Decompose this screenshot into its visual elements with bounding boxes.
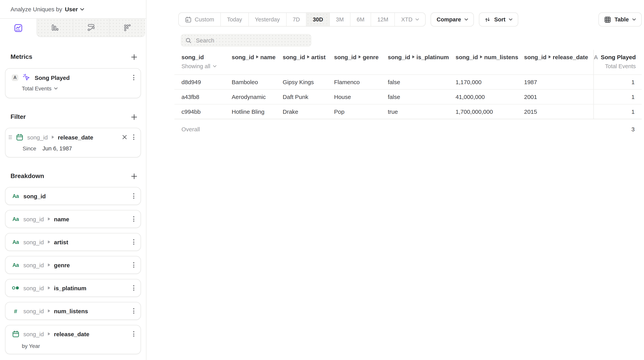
app-window: Analyze Uniques by User xyxy=(0,0,644,360)
breakdown-kebab-menu[interactable] xyxy=(132,215,136,223)
column-label: release_date xyxy=(553,54,588,60)
column-header-metric[interactable]: A Song Played Total Events xyxy=(594,50,643,74)
breakdown-card[interactable]: song_id release_date by Year xyxy=(5,325,141,354)
drag-handle-icon[interactable] xyxy=(8,135,12,139)
column-parent: song_id xyxy=(283,54,305,60)
filter-card[interactable]: song_id release_date Since Jun 6, 1987 xyxy=(5,128,141,157)
metric-aggregation-label: Total Events xyxy=(605,63,636,69)
cell-name: Hotline Bling xyxy=(232,104,283,119)
breakdown-parent: song_id xyxy=(23,285,44,291)
metric-aggregation-dropdown[interactable]: Total Events xyxy=(22,85,140,92)
property-arrow-icon xyxy=(548,55,551,59)
breakdown-property: genre xyxy=(54,262,70,268)
column-label: is_platinum xyxy=(416,54,449,60)
compare-label: Compare xyxy=(437,16,461,23)
tab-funnels[interactable] xyxy=(37,19,73,37)
remove-filter-button[interactable] xyxy=(122,134,128,140)
showing-all-label: Showing all xyxy=(182,63,210,69)
view-type-button[interactable]: Table xyxy=(598,13,642,27)
breakdown-card[interactable]: Aa song_id xyxy=(5,187,141,205)
overall-metric-value: 3 xyxy=(594,119,642,139)
breakdown-kebab-menu[interactable] xyxy=(132,330,136,338)
breakdown-card[interactable]: Aa song_id genre xyxy=(5,256,141,274)
metric-card[interactable]: A Song Played Total Events xyxy=(5,68,141,98)
column-header-is-platinum[interactable]: song_id is_platinum xyxy=(388,50,456,74)
funnels-icon xyxy=(50,23,60,32)
breakdown-bucket-dropdown[interactable]: by Year xyxy=(22,343,140,349)
range-today[interactable]: Today xyxy=(221,13,248,26)
column-label: genre xyxy=(363,54,379,60)
range-3m[interactable]: 3M xyxy=(330,13,350,26)
cell-song-id: c994bb xyxy=(182,104,232,119)
filter-kebab-menu[interactable] xyxy=(132,133,136,141)
filter-operator-dropdown[interactable]: Since xyxy=(22,145,36,152)
compare-button[interactable]: Compare xyxy=(431,13,474,27)
add-metric-button[interactable] xyxy=(129,52,138,62)
filter-property: release_date xyxy=(58,134,93,140)
metric-kebab-menu[interactable] xyxy=(132,73,136,82)
range-30d[interactable]: 30D xyxy=(306,13,330,26)
range-xtd[interactable]: XTD xyxy=(395,13,425,26)
insights-icon xyxy=(14,23,23,33)
filter-value[interactable]: Jun 6, 1987 xyxy=(42,145,72,152)
boolean-property-icon xyxy=(12,286,20,290)
metric-event-name: Song Played xyxy=(35,74,70,81)
table-search[interactable] xyxy=(181,34,312,47)
showing-all-dropdown[interactable]: Showing all xyxy=(182,62,232,71)
range-label: 30D xyxy=(313,16,323,23)
breakdown-kebab-menu[interactable] xyxy=(132,238,136,246)
column-header-artist[interactable]: song_id artist xyxy=(283,50,334,74)
add-filter-button[interactable] xyxy=(129,112,138,122)
sort-arrows-icon xyxy=(485,17,490,23)
tab-insights[interactable] xyxy=(0,19,36,37)
column-header-release-date[interactable]: song_id release_date xyxy=(524,50,594,74)
range-custom[interactable]: Custom xyxy=(179,13,221,26)
analysis-type-label: Analyze Uniques by xyxy=(10,6,62,13)
range-yesterday[interactable]: Yesterday xyxy=(248,13,286,26)
range-label: XTD xyxy=(401,16,412,23)
column-label: num_listens xyxy=(484,54,518,60)
property-arrow-icon xyxy=(412,55,414,59)
column-header-genre[interactable]: song_id genre xyxy=(334,50,388,74)
report-main: Custom Today Yesterday 7D 30D 3M 6M 12M … xyxy=(146,0,644,360)
breakdown-property: num_listens xyxy=(54,308,88,314)
add-breakdown-button[interactable] xyxy=(129,171,138,181)
inactive-tabs xyxy=(36,19,145,37)
chevron-down-icon xyxy=(632,18,636,21)
breakdown-card[interactable]: song_id is_platinum xyxy=(5,279,141,297)
cell-is-platinum: false xyxy=(388,75,456,89)
range-12m[interactable]: 12M xyxy=(371,13,395,26)
chevron-down-icon xyxy=(416,18,419,21)
search-input[interactable] xyxy=(195,37,307,44)
breakdown-card[interactable]: # song_id num_listens xyxy=(5,302,141,320)
filter-heading: Filter xyxy=(10,113,26,120)
range-label: 3M xyxy=(336,16,344,23)
breakdown-card[interactable]: Aa song_id name xyxy=(5,210,141,228)
breakdown-kebab-menu[interactable] xyxy=(132,261,136,269)
table-row[interactable]: d8d949 Bamboleo Gipsy Kings Flamenco fal… xyxy=(174,74,642,89)
calendar-icon xyxy=(185,16,192,23)
breakdown-kebab-menu[interactable] xyxy=(132,192,136,200)
breakdown-kebab-menu[interactable] xyxy=(132,307,136,315)
column-header-song-id[interactable]: song_id Showing all xyxy=(182,50,232,74)
property-arrow-icon xyxy=(480,55,482,59)
entity-dropdown[interactable]: User xyxy=(65,6,84,13)
column-label: name xyxy=(260,54,276,60)
property-arrow-icon xyxy=(48,309,50,312)
range-7d[interactable]: 7D xyxy=(286,13,306,26)
column-parent: song_id xyxy=(456,54,478,60)
column-parent: song_id xyxy=(388,54,410,60)
breakdown-card[interactable]: Aa song_id artist xyxy=(5,233,141,251)
range-6m[interactable]: 6M xyxy=(350,13,371,26)
tab-retention[interactable] xyxy=(110,19,145,37)
column-header-num-listens[interactable]: song_id num_listens xyxy=(456,50,524,74)
cell-genre: Flamenco xyxy=(334,75,388,89)
table-row[interactable]: a43fb8 Aerodynamic Daft Punk House false… xyxy=(174,89,642,104)
column-header-name[interactable]: song_id name xyxy=(232,50,283,74)
sort-button[interactable]: Sort xyxy=(479,13,518,27)
chevron-down-icon xyxy=(464,18,468,21)
tab-flows[interactable] xyxy=(73,19,110,37)
breakdown-kebab-menu[interactable] xyxy=(132,284,136,292)
table-row[interactable]: c994bb Hotline Bling Drake Pop true 1,70… xyxy=(174,104,642,119)
cell-song-id: d8d949 xyxy=(182,75,232,89)
